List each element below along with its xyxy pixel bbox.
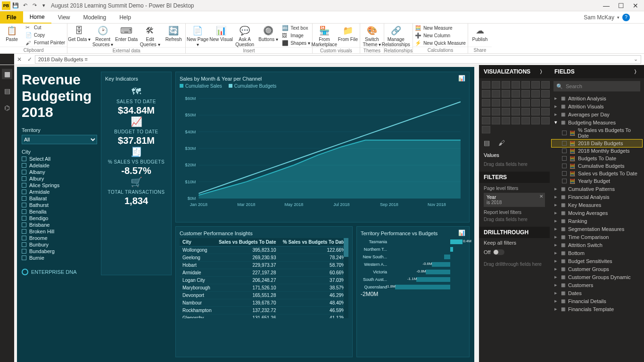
viz-type-icon[interactable] xyxy=(502,81,510,89)
viz-type-icon[interactable] xyxy=(502,108,510,115)
checkbox-icon[interactable] xyxy=(22,222,26,227)
formula-commit-icon[interactable]: ✓ xyxy=(25,56,35,63)
fields-pane-collapse-icon[interactable]: 〉 xyxy=(634,68,639,75)
checkbox-icon[interactable] xyxy=(22,242,26,247)
table-row[interactable]: Maryborough171,526.1038.57% xyxy=(180,284,348,292)
viz-pane-collapse-icon[interactable]: 〉 xyxy=(540,68,545,75)
table-row[interactable]: Devonport165,551.2846.29% xyxy=(180,292,348,299)
city-item[interactable]: Bunbury xyxy=(22,241,97,248)
field-table[interactable]: ▸▦Customer Groups xyxy=(552,265,642,273)
viz-type-icon[interactable] xyxy=(541,108,550,115)
viz-type-icon[interactable] xyxy=(512,90,520,98)
tab-file[interactable]: File xyxy=(0,11,23,24)
city-item[interactable]: Benalla xyxy=(22,208,97,215)
from-file-button[interactable]: 📁From File xyxy=(336,24,360,47)
field-measure[interactable]: 🧮Budgets To Date xyxy=(552,155,642,162)
checkbox-icon[interactable] xyxy=(22,216,26,221)
table-scrollbar[interactable] xyxy=(344,238,348,318)
viz-type-icon[interactable] xyxy=(512,108,520,115)
checkbox-icon[interactable] xyxy=(22,163,26,168)
field-table[interactable]: ▾▦Budgeting Measures xyxy=(552,118,642,126)
fields-search[interactable]: 🔍Search xyxy=(553,81,640,91)
viz-type-icon[interactable] xyxy=(512,117,520,124)
city-item[interactable]: Broome xyxy=(22,235,97,241)
drill-placeholder[interactable]: Drag drillthrough fields here xyxy=(484,260,545,269)
city-item[interactable]: Armidale xyxy=(22,189,97,195)
viz-type-icon[interactable] xyxy=(541,90,550,98)
checkbox-icon[interactable] xyxy=(22,183,26,188)
city-item[interactable]: Adelaide xyxy=(22,162,97,169)
textbox-button[interactable]: 🔤Text box xyxy=(282,25,310,31)
city-item[interactable]: Burnie xyxy=(22,255,97,261)
field-table[interactable]: ▸▦Cumulative Patterns xyxy=(552,185,642,193)
checkbox-icon[interactable] xyxy=(22,203,26,207)
viz-type-icon[interactable] xyxy=(531,108,540,115)
city-item[interactable]: Bendigo xyxy=(22,215,97,222)
checkbox-icon[interactable] xyxy=(22,176,26,181)
field-table[interactable]: ▸▦Moving Averages xyxy=(552,209,642,217)
viz-type-icon[interactable] xyxy=(521,81,530,89)
checkbox-icon[interactable] xyxy=(22,170,26,174)
city-item[interactable]: Brisbane xyxy=(22,222,97,228)
viz-type-icon[interactable] xyxy=(492,117,500,124)
field-table[interactable]: ▸▦Key Measures xyxy=(552,201,642,209)
viz-type-icon[interactable] xyxy=(482,117,490,124)
checkbox-icon[interactable] xyxy=(562,179,567,183)
viz-type-icon[interactable] xyxy=(502,99,510,107)
new-page-button[interactable]: 📄New Page ▾ xyxy=(186,24,209,47)
field-table[interactable]: ▸▦Financials Template xyxy=(552,305,642,313)
kpi-card[interactable]: Key Indicators 🗺SALES TO DATE$34.84M📈BUD… xyxy=(101,72,172,275)
viz-type-icon[interactable] xyxy=(531,81,540,89)
checkbox-icon[interactable] xyxy=(22,236,26,240)
city-item[interactable]: Ballarat xyxy=(22,195,97,202)
viz-type-icon[interactable] xyxy=(482,90,490,98)
field-measure[interactable]: 🧮Yearly Budget xyxy=(552,177,642,185)
new-measure-button[interactable]: 🧮New Measure xyxy=(415,25,466,32)
viz-type-icon[interactable] xyxy=(482,81,490,89)
get-data-button[interactable]: 🗄Get Data ▾ xyxy=(67,24,91,47)
formula-expand-icon[interactable]: ⌄ xyxy=(634,56,638,62)
viz-type-icon[interactable] xyxy=(531,99,540,107)
viz-type-icon[interactable] xyxy=(482,126,490,133)
report-view-icon[interactable]: ▦ xyxy=(2,69,12,79)
help-icon[interactable]: ? xyxy=(622,14,630,21)
area-chart-card[interactable]: 📊 Sales by Month & Year per Channel Cumu… xyxy=(175,72,470,222)
viz-type-icon[interactable] xyxy=(492,81,500,89)
tab-modeling[interactable]: Modeling xyxy=(76,11,113,24)
field-table[interactable]: ▸▦Bottom xyxy=(552,249,642,257)
viz-type-icon[interactable] xyxy=(512,99,520,107)
checkbox-icon[interactable] xyxy=(562,141,567,146)
table-row[interactable]: Rockhampton137,232.7246.59% xyxy=(180,307,348,314)
publish-button[interactable]: ☁Publish xyxy=(468,24,492,47)
viz-type-icon[interactable] xyxy=(531,90,540,98)
table-row[interactable]: Nambour139,678.7048.40% xyxy=(180,299,348,307)
new-column-button[interactable]: ➕New Column xyxy=(415,33,466,39)
field-table[interactable]: ▸▦Financial Details xyxy=(552,297,642,305)
field-measure[interactable]: 🧮% Sales vs Budgets To Date xyxy=(552,126,642,140)
field-table[interactable]: ▸▦Ranking xyxy=(552,217,642,225)
table-row[interactable]: Hobart229,973.3758.70% xyxy=(180,262,348,269)
th-city[interactable]: City xyxy=(180,238,215,247)
checkbox-icon[interactable] xyxy=(22,196,26,201)
filter-remove-icon[interactable]: ✕ xyxy=(539,194,543,199)
ask-question-button[interactable]: 💬Ask A Question xyxy=(233,24,256,47)
refresh-button[interactable]: 🔄Refresh xyxy=(162,24,185,47)
field-table[interactable]: ▸▦Budget Sensitivites xyxy=(552,257,642,265)
field-measure[interactable]: 🧮2018 Monthly Budgets xyxy=(552,147,642,155)
checkbox-icon[interactable] xyxy=(562,131,567,135)
field-table[interactable]: ▸▦Financial Analysis xyxy=(552,193,642,201)
format-painter-button[interactable]: 🖌Format Painter xyxy=(25,40,65,46)
field-measure[interactable]: 🧮Sales vs Budgets To Date xyxy=(552,170,642,177)
city-item[interactable]: Alice Springs xyxy=(22,182,97,189)
field-table[interactable]: ▸▦Attrition Visuals xyxy=(552,102,642,110)
checkbox-icon[interactable] xyxy=(562,171,567,176)
viz-type-icon[interactable] xyxy=(492,90,500,98)
checkbox-icon[interactable] xyxy=(22,156,26,161)
table-row[interactable]: Logan City206,248.2737.03% xyxy=(180,277,348,284)
city-item[interactable]: Select All xyxy=(22,156,97,162)
edit-queries-button[interactable]: 🛠Edit Queries ▾ xyxy=(138,24,162,47)
field-table[interactable]: ▸▦Dates xyxy=(552,289,642,297)
viz-type-icon[interactable] xyxy=(502,117,510,124)
th-sales[interactable]: Sales vs Budgets To Date xyxy=(215,238,279,247)
viz-type-icon[interactable] xyxy=(531,117,540,124)
